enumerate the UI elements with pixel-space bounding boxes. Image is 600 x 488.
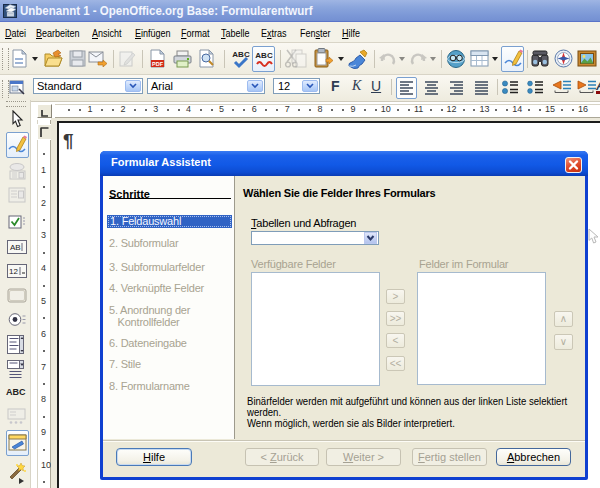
svg-text:PDF: PDF (152, 61, 164, 67)
svg-text:12: 12 (9, 267, 18, 276)
svg-text:ABC: ABC (255, 51, 273, 60)
svg-text:ABC: ABC (232, 50, 250, 59)
svg-text:AB: AB (10, 243, 21, 252)
